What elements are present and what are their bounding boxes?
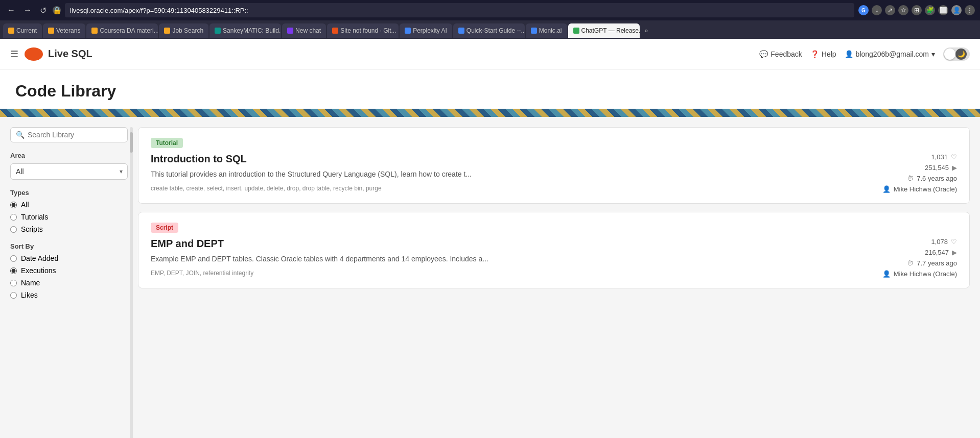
search-icon: 🔍 <box>16 131 25 139</box>
types-filter-section: Types All Tutorials Scripts <box>10 189 128 233</box>
card-title[interactable]: EMP and DEPT <box>151 238 845 250</box>
help-button[interactable]: ❓ Help <box>810 50 836 58</box>
moon-icon: 🌙 <box>955 48 967 60</box>
card-badge-script: Script <box>151 223 178 233</box>
tab-site-not-found[interactable]: Site not found · Git... <box>327 23 399 38</box>
user-icon: 👤 <box>845 50 853 58</box>
url-bar[interactable] <box>65 3 854 17</box>
download-icon[interactable]: ↓ <box>872 5 882 15</box>
card-left: Introduction to SQL This tutorial provid… <box>151 153 845 192</box>
heart-icon: ♡ <box>951 238 957 246</box>
author-icon: 👤 <box>882 185 891 193</box>
search-input[interactable] <box>28 131 122 139</box>
author-name: Mike Hichwa (Oracle) <box>894 185 957 193</box>
type-tutorials-option[interactable]: Tutorials <box>10 213 128 221</box>
type-all-option[interactable]: All <box>10 201 128 209</box>
card-body: Introduction to SQL This tutorial provid… <box>151 153 957 193</box>
content-area: Tutorial Introduction to SQL This tutori… <box>138 127 970 438</box>
type-scripts-option[interactable]: Scripts <box>10 225 128 233</box>
share-icon[interactable]: ↗ <box>885 5 895 15</box>
tab-coursera[interactable]: Coursera DA materi... <box>86 23 158 38</box>
sort-executions-radio[interactable] <box>10 267 17 274</box>
card-badge-tutorial: Tutorial <box>151 138 183 148</box>
sort-name-option[interactable]: Name <box>10 279 128 287</box>
tab-quick-start[interactable]: Quick-Start Guide --... <box>453 23 525 38</box>
heart-icon: ♡ <box>951 153 957 161</box>
tab-current[interactable]: Current <box>3 23 42 38</box>
sidebar-scrollbar-thumb[interactable] <box>130 132 133 153</box>
tab-favicon <box>48 28 54 34</box>
sort-likes-radio[interactable] <box>10 292 17 299</box>
hamburger-menu-button[interactable]: ☰ <box>10 48 18 60</box>
tab-favicon <box>91 28 98 34</box>
area-label: Area <box>10 152 128 159</box>
card-meta: 1,031 ♡ 251,545 ▶ ⏱ 7.6 years ago 👤 <box>845 153 957 193</box>
app-title: Live SQL <box>48 48 92 60</box>
window-icon[interactable]: ⬜ <box>938 5 948 15</box>
user-menu[interactable]: 👤 blong206b@gmail.com ▾ <box>845 50 935 58</box>
refresh-button[interactable]: ↺ <box>38 5 49 16</box>
author-icon: 👤 <box>882 270 891 278</box>
extensions-icon[interactable]: ⊞ <box>912 5 922 15</box>
area-select[interactable]: All <box>10 163 128 180</box>
type-tutorials-radio[interactable] <box>10 214 17 221</box>
more-tabs-button[interactable]: » <box>641 25 652 36</box>
decorative-bar <box>0 109 980 117</box>
card-time-row: ⏱ 7.7 years ago <box>907 259 957 267</box>
card-body: EMP and DEPT Example EMP and DEPT tables… <box>151 238 957 278</box>
types-label: Types <box>10 189 128 197</box>
dark-mode-toggle[interactable]: 🌙 <box>943 47 970 61</box>
tab-favicon <box>164 28 170 34</box>
tab-favicon <box>405 28 411 34</box>
browser-toolbar: G ↓ ↗ ☆ ⊞ 🧩 ⬜ 👤 ⋮ <box>858 5 975 15</box>
library-card-emp-dept: Script EMP and DEPT Example EMP and DEPT… <box>138 212 970 288</box>
tab-new-chat[interactable]: New chat <box>282 23 326 38</box>
tab-chatgpt[interactable]: ChatGPT — Release... <box>568 23 640 38</box>
area-select-wrapper: All ▾ <box>10 163 128 180</box>
type-all-radio[interactable] <box>10 202 17 208</box>
type-scripts-radio[interactable] <box>10 226 17 233</box>
area-filter-section: Area All ▾ <box>10 152 128 180</box>
sort-date-radio[interactable] <box>10 255 17 262</box>
feedback-button[interactable]: 💬 Feedback <box>759 50 802 58</box>
card-description: Example EMP and DEPT tables. Classic Ora… <box>151 254 845 264</box>
feedback-icon: 💬 <box>759 50 768 58</box>
sidebar-scrollbar[interactable] <box>130 127 133 438</box>
tab-favicon <box>215 28 221 34</box>
sort-radio-group: Date Added Executions Name Likes <box>10 254 128 299</box>
sidebar: 🔍 Area All ▾ Types All <box>10 127 138 438</box>
back-button[interactable]: ← <box>5 5 17 16</box>
clock-icon: ⏱ <box>907 259 914 267</box>
card-title[interactable]: Introduction to SQL <box>151 153 845 165</box>
profile-avatar[interactable]: 👤 <box>951 5 962 15</box>
card-executions-row: 251,545 ▶ <box>925 164 957 172</box>
help-icon: ❓ <box>810 50 819 58</box>
bookmark-icon[interactable]: ☆ <box>898 5 908 15</box>
sort-name-radio[interactable] <box>10 280 17 286</box>
sort-likes-option[interactable]: Likes <box>10 291 128 299</box>
card-tags: EMP, DEPT, JOIN, referential integrity <box>151 270 845 277</box>
card-description: This tutorial provides an introduction t… <box>151 169 845 180</box>
card-likes-row: 1,078 ♡ <box>931 238 957 246</box>
tab-job-search[interactable]: Job Search <box>159 23 208 38</box>
google-icon[interactable]: G <box>858 5 869 15</box>
tab-favicon <box>573 28 579 34</box>
author-name: Mike Hichwa (Oracle) <box>894 270 957 278</box>
tab-sankey[interactable]: SankeyMATIC: Build... <box>209 23 281 38</box>
puzzle-icon[interactable]: 🧩 <box>925 5 935 15</box>
search-box: 🔍 <box>10 127 128 142</box>
play-icon: ▶ <box>952 249 957 256</box>
sort-executions-option[interactable]: Executions <box>10 266 128 275</box>
tab-veterans[interactable]: Veterans <box>43 23 85 38</box>
menu-icon[interactable]: ⋮ <box>965 5 975 15</box>
time-ago: 7.6 years ago <box>917 175 957 182</box>
tab-monic[interactable]: Monic.ai <box>526 23 567 38</box>
sort-date-option[interactable]: Date Added <box>10 254 128 262</box>
sort-filter-section: Sort By Date Added Executions Name <box>10 242 128 299</box>
forward-button[interactable]: → <box>21 5 34 16</box>
tab-perplexity[interactable]: Perplexity AI <box>400 23 452 38</box>
play-icon: ▶ <box>952 164 957 172</box>
card-time-row: ⏱ 7.6 years ago <box>907 175 957 182</box>
page-title: Code Library <box>15 82 965 109</box>
browser-chrome: ← → ↺ 🔒 G ↓ ↗ ☆ ⊞ 🧩 ⬜ 👤 ⋮ <box>0 0 980 20</box>
